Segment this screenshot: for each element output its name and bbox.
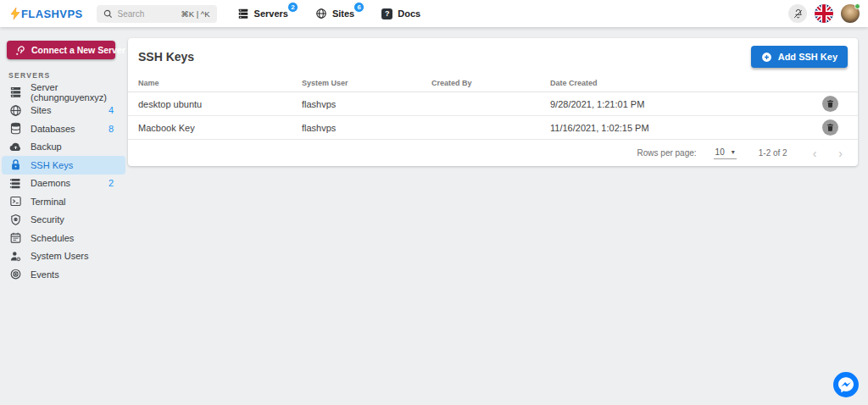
nav-sites-label: Sites (332, 8, 354, 19)
add-ssh-key-label: Add SSH Key (778, 52, 837, 62)
link-plus-icon (14, 45, 25, 56)
sites-count: 4 (108, 105, 120, 115)
sidebar-item-label: Daemons (31, 178, 70, 188)
nav-docs-label: Docs (398, 8, 420, 19)
sidebar-item-label: Terminal (31, 197, 66, 207)
search-input[interactable] (118, 9, 170, 19)
docs-icon: ? (381, 8, 392, 19)
trash-icon (826, 99, 835, 108)
sidebar-item-server[interactable]: Server (chungnguyenxyz) (2, 83, 125, 102)
databases-count: 8 (108, 124, 120, 134)
chevron-down-icon: ▾ (732, 148, 735, 156)
main-content: SSH Keys Add SSH Key Name System User Cr… (128, 27, 868, 405)
globe-icon (315, 8, 327, 19)
search-icon (103, 9, 113, 19)
server-rack-icon (9, 86, 22, 98)
table-header-row: Name System User Created By Date Created (128, 75, 858, 92)
nav-servers-label: Servers (254, 8, 288, 19)
messenger-chat-button[interactable] (832, 371, 860, 398)
column-header-name: Name (138, 79, 302, 87)
column-header-created-by: Created By (431, 79, 550, 87)
sidebar-item-label: Events (31, 269, 59, 280)
lightning-bolt-icon (10, 8, 20, 19)
online-status-dot (854, 3, 860, 9)
top-bar: FLASHVPS ⌘K | ^K Servers 2 Sites 6 ? Doc… (0, 0, 868, 27)
sidebar-item-label: SSH Keys (31, 160, 73, 170)
column-header-system-user: System User (302, 79, 431, 87)
sidebar-item-daemons[interactable]: Daemons 2 (2, 175, 125, 193)
next-page-button[interactable]: › (835, 147, 846, 160)
delete-ssh-key-button[interactable] (822, 119, 838, 136)
user-gear-icon (9, 250, 22, 263)
rows-per-page-value: 10 (715, 147, 725, 157)
rows-per-page-label: Rows per page: (637, 148, 697, 158)
search-box[interactable]: ⌘K | ^K (97, 5, 217, 23)
daemons-icon (9, 177, 22, 190)
terminal-icon (9, 195, 22, 208)
rows-per-page-select[interactable]: 10 ▾ (714, 147, 737, 159)
lock-icon (9, 158, 22, 171)
sidebar-item-databases[interactable]: Databases 8 (2, 119, 125, 138)
logo-text: FLASHVPS (21, 8, 83, 20)
pagination-range: 1-2 of 2 (759, 148, 787, 158)
ssh-key-system-user: flashvps (302, 123, 431, 133)
notifications-off-icon (793, 8, 804, 19)
daemons-count: 2 (108, 178, 120, 188)
nav-servers[interactable]: Servers 2 (237, 8, 295, 19)
sidebar-item-schedules[interactable]: Schedules (2, 229, 125, 247)
add-ssh-key-button[interactable]: Add SSH Key (751, 46, 848, 68)
language-flag-button[interactable] (815, 4, 833, 23)
globe-icon (9, 104, 22, 117)
calendar-icon (9, 231, 22, 244)
ssh-key-date-created: 11/16/2021, 1:02:15 PM (550, 123, 822, 133)
sidebar-item-events[interactable]: Events (2, 265, 125, 284)
connect-new-server-button[interactable]: Connect a New Server (7, 41, 115, 59)
sidebar: Connect a New Server SERVERS Server (chu… (0, 27, 127, 284)
sidebar-item-label: Security (31, 214, 64, 225)
sidebar-item-label: Backup (31, 141, 62, 152)
sidebar-item-label: Schedules (31, 233, 74, 243)
sidebar-item-label: Sites (31, 105, 51, 115)
ssh-keys-card: SSH Keys Add SSH Key Name System User Cr… (128, 38, 858, 166)
sidebar-section-label: SERVERS (8, 71, 127, 80)
ssh-key-name: desktop ubuntu (138, 99, 302, 109)
ssh-key-system-user: flashvps (302, 99, 431, 109)
plus-circle-icon (761, 52, 772, 63)
ssh-key-name: Macbook Key (138, 123, 302, 133)
column-header-date-created: Date Created (550, 79, 822, 87)
nav-docs[interactable]: ? Docs (381, 8, 427, 19)
server-rack-icon (237, 8, 249, 19)
servers-count-badge: 2 (287, 2, 298, 13)
sidebar-item-security[interactable]: Security (2, 211, 125, 230)
search-shortcut: ⌘K | ^K (181, 9, 209, 19)
sidebar-item-label: Databases (31, 124, 75, 134)
page-title: SSH Keys (138, 50, 194, 64)
connect-new-server-label: Connect a New Server (31, 45, 125, 55)
sidebar-item-label: System Users (31, 251, 88, 261)
shield-icon (9, 214, 22, 226)
sidebar-item-terminal[interactable]: Terminal (2, 192, 125, 211)
uk-flag-icon (815, 4, 833, 23)
nav-sites[interactable]: Sites 6 (315, 8, 361, 19)
table-pagination: Rows per page: 10 ▾ 1-2 of 2 ‹ › (128, 140, 858, 166)
table-row: Macbook Key flashvps 11/16/2021, 1:02:15… (128, 116, 858, 140)
sidebar-item-system-users[interactable]: System Users (2, 247, 125, 266)
notifications-off-button[interactable] (788, 4, 807, 23)
flashvps-logo[interactable]: FLASHVPS (10, 8, 83, 20)
events-icon (9, 268, 22, 280)
sidebar-item-backup[interactable]: Backup (2, 138, 125, 157)
user-avatar[interactable] (841, 4, 860, 23)
sidebar-item-label: Server (chungnguyenxyz) (31, 82, 120, 103)
delete-ssh-key-button[interactable] (822, 96, 838, 112)
sidebar-item-ssh-keys[interactable]: SSH Keys (2, 156, 125, 175)
trash-icon (826, 123, 835, 132)
table-row: desktop ubuntu flashvps 9/28/2021, 1:21:… (128, 92, 858, 116)
sidebar-item-sites[interactable]: Sites 4 (2, 102, 125, 120)
cloud-backup-icon (9, 141, 22, 153)
sites-count-badge: 6 (353, 2, 364, 13)
messenger-icon (832, 371, 860, 401)
ssh-key-date-created: 9/28/2021, 1:21:01 PM (550, 99, 822, 109)
database-icon (9, 122, 22, 135)
previous-page-button[interactable]: ‹ (810, 147, 821, 160)
